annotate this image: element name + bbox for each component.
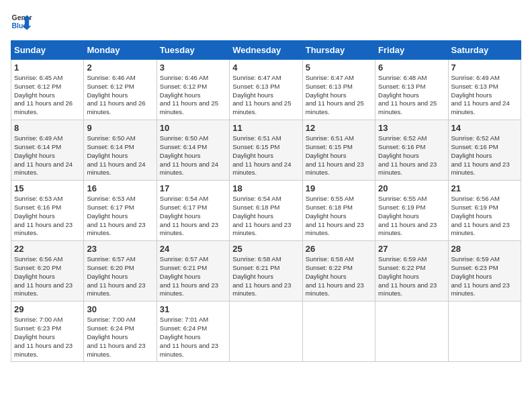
day-detail: Sunrise: 6:59 AMSunset: 6:22 PMDaylight … <box>378 255 445 298</box>
day-detail: Sunrise: 6:57 AMSunset: 6:21 PMDaylight … <box>160 255 226 298</box>
day-number: 23 <box>87 244 153 254</box>
calendar-day-21: 21Sunrise: 6:56 AMSunset: 6:19 PMDayligh… <box>448 181 521 241</box>
day-detail: Sunrise: 6:50 AMSunset: 6:14 PMDaylight … <box>87 134 153 177</box>
calendar-day-25: 25Sunrise: 6:58 AMSunset: 6:21 PMDayligh… <box>230 241 302 302</box>
day-number: 5 <box>306 62 372 73</box>
calendar-day-27: 27Sunrise: 6:59 AMSunset: 6:22 PMDayligh… <box>375 241 448 302</box>
day-detail: Sunrise: 6:50 AMSunset: 6:14 PMDaylight … <box>160 134 226 177</box>
calendar-day-30: 30Sunrise: 7:00 AMSunset: 6:24 PMDayligh… <box>84 302 157 362</box>
day-detail: Sunrise: 6:46 AMSunset: 6:12 PMDaylight … <box>160 74 226 117</box>
day-detail: Sunrise: 6:52 AMSunset: 6:16 PMDaylight … <box>451 134 518 177</box>
day-number: 15 <box>14 183 81 193</box>
day-number: 31 <box>160 304 226 314</box>
col-header-friday: Friday <box>375 41 448 60</box>
calendar-header-row: SundayMondayTuesdayWednesdayThursdayFrid… <box>11 41 521 60</box>
day-detail: Sunrise: 6:53 AMSunset: 6:17 PMDaylight … <box>87 195 153 238</box>
calendar-day-31: 31Sunrise: 7:01 AMSunset: 6:24 PMDayligh… <box>157 302 229 362</box>
day-number: 3 <box>160 62 226 73</box>
col-header-monday: Monday <box>84 41 157 60</box>
calendar-day-7: 7Sunrise: 6:49 AMSunset: 6:13 PMDaylight… <box>448 60 521 120</box>
calendar-day-20: 20Sunrise: 6:55 AMSunset: 6:19 PMDayligh… <box>375 181 448 241</box>
day-detail: Sunrise: 6:47 AMSunset: 6:13 PMDaylight … <box>232 74 299 117</box>
empty-cell <box>230 302 302 362</box>
col-header-saturday: Saturday <box>448 41 521 60</box>
calendar-day-14: 14Sunrise: 6:52 AMSunset: 6:16 PMDayligh… <box>448 120 521 181</box>
calendar-table: SundayMondayTuesdayWednesdayThursdayFrid… <box>11 40 521 362</box>
day-detail: Sunrise: 6:55 AMSunset: 6:19 PMDaylight … <box>378 195 445 238</box>
day-detail: Sunrise: 6:54 AMSunset: 6:18 PMDaylight … <box>232 195 299 238</box>
day-number: 20 <box>378 183 445 193</box>
calendar-week-1: 1Sunrise: 6:45 AMSunset: 6:12 PMDaylight… <box>11 60 521 120</box>
calendar-day-18: 18Sunrise: 6:54 AMSunset: 6:18 PMDayligh… <box>230 181 302 241</box>
calendar-day-17: 17Sunrise: 6:54 AMSunset: 6:17 PMDayligh… <box>157 181 229 241</box>
calendar-day-26: 26Sunrise: 6:58 AMSunset: 6:22 PMDayligh… <box>302 241 375 302</box>
day-detail: Sunrise: 6:51 AMSunset: 6:15 PMDaylight … <box>232 134 299 177</box>
day-detail: Sunrise: 6:46 AMSunset: 6:12 PMDaylight … <box>87 74 153 117</box>
day-number: 25 <box>232 244 299 254</box>
calendar-day-8: 8Sunrise: 6:49 AMSunset: 6:14 PMDaylight… <box>11 120 84 181</box>
page-header: General Blue <box>11 11 521 32</box>
calendar-day-1: 1Sunrise: 6:45 AMSunset: 6:12 PMDaylight… <box>11 60 84 120</box>
day-detail: Sunrise: 6:56 AMSunset: 6:20 PMDaylight … <box>14 255 81 298</box>
day-detail: Sunrise: 6:58 AMSunset: 6:22 PMDaylight … <box>306 255 372 298</box>
day-number: 11 <box>232 123 299 133</box>
logo-icon: General Blue <box>11 11 32 32</box>
day-number: 30 <box>87 304 153 314</box>
day-detail: Sunrise: 6:58 AMSunset: 6:21 PMDaylight … <box>232 255 299 298</box>
day-number: 17 <box>160 183 226 193</box>
calendar-day-22: 22Sunrise: 6:56 AMSunset: 6:20 PMDayligh… <box>11 241 84 302</box>
col-header-tuesday: Tuesday <box>157 41 229 60</box>
day-number: 22 <box>14 244 81 254</box>
calendar-day-29: 29Sunrise: 7:00 AMSunset: 6:23 PMDayligh… <box>11 302 84 362</box>
calendar-day-2: 2Sunrise: 6:46 AMSunset: 6:12 PMDaylight… <box>84 60 157 120</box>
calendar-day-28: 28Sunrise: 6:59 AMSunset: 6:23 PMDayligh… <box>448 241 521 302</box>
day-number: 29 <box>14 304 81 314</box>
day-detail: Sunrise: 6:52 AMSunset: 6:16 PMDaylight … <box>378 134 445 177</box>
day-number: 6 <box>378 62 445 73</box>
col-header-sunday: Sunday <box>11 41 84 60</box>
day-detail: Sunrise: 6:57 AMSunset: 6:20 PMDaylight … <box>87 255 153 298</box>
day-number: 18 <box>232 183 299 193</box>
day-detail: Sunrise: 6:49 AMSunset: 6:13 PMDaylight … <box>451 74 518 117</box>
day-detail: Sunrise: 7:00 AMSunset: 6:24 PMDaylight … <box>87 316 153 359</box>
empty-cell <box>448 302 521 362</box>
col-header-thursday: Thursday <box>302 41 375 60</box>
col-header-wednesday: Wednesday <box>230 41 302 60</box>
calendar-day-5: 5Sunrise: 6:47 AMSunset: 6:13 PMDaylight… <box>302 60 375 120</box>
day-detail: Sunrise: 6:59 AMSunset: 6:23 PMDaylight … <box>451 255 518 298</box>
calendar-day-3: 3Sunrise: 6:46 AMSunset: 6:12 PMDaylight… <box>157 60 229 120</box>
day-number: 21 <box>451 183 518 193</box>
day-number: 7 <box>451 62 518 73</box>
day-number: 4 <box>232 62 299 73</box>
calendar-week-4: 22Sunrise: 6:56 AMSunset: 6:20 PMDayligh… <box>11 241 521 302</box>
calendar-week-3: 15Sunrise: 6:53 AMSunset: 6:16 PMDayligh… <box>11 181 521 241</box>
day-detail: Sunrise: 6:54 AMSunset: 6:17 PMDaylight … <box>160 195 226 238</box>
day-number: 12 <box>306 123 372 133</box>
day-number: 14 <box>451 123 518 133</box>
day-detail: Sunrise: 6:45 AMSunset: 6:12 PMDaylight … <box>14 74 81 117</box>
calendar-day-12: 12Sunrise: 6:51 AMSunset: 6:15 PMDayligh… <box>302 120 375 181</box>
day-number: 28 <box>451 244 518 254</box>
calendar-day-16: 16Sunrise: 6:53 AMSunset: 6:17 PMDayligh… <box>84 181 157 241</box>
day-detail: Sunrise: 7:01 AMSunset: 6:24 PMDaylight … <box>160 316 226 359</box>
calendar-day-11: 11Sunrise: 6:51 AMSunset: 6:15 PMDayligh… <box>230 120 302 181</box>
day-number: 10 <box>160 123 226 133</box>
calendar-day-13: 13Sunrise: 6:52 AMSunset: 6:16 PMDayligh… <box>375 120 448 181</box>
day-detail: Sunrise: 6:53 AMSunset: 6:16 PMDaylight … <box>14 195 81 238</box>
day-number: 26 <box>306 244 372 254</box>
calendar-day-6: 6Sunrise: 6:48 AMSunset: 6:13 PMDaylight… <box>375 60 448 120</box>
calendar-day-15: 15Sunrise: 6:53 AMSunset: 6:16 PMDayligh… <box>11 181 84 241</box>
logo: General Blue <box>11 11 32 32</box>
day-number: 16 <box>87 183 153 193</box>
day-number: 2 <box>87 62 153 73</box>
empty-cell <box>302 302 375 362</box>
calendar-day-23: 23Sunrise: 6:57 AMSunset: 6:20 PMDayligh… <box>84 241 157 302</box>
day-number: 19 <box>306 183 372 193</box>
day-detail: Sunrise: 6:55 AMSunset: 6:18 PMDaylight … <box>306 195 372 238</box>
day-detail: Sunrise: 6:51 AMSunset: 6:15 PMDaylight … <box>306 134 372 177</box>
day-number: 9 <box>87 123 153 133</box>
calendar-week-5: 29Sunrise: 7:00 AMSunset: 6:23 PMDayligh… <box>11 302 521 362</box>
calendar-day-19: 19Sunrise: 6:55 AMSunset: 6:18 PMDayligh… <box>302 181 375 241</box>
calendar-day-9: 9Sunrise: 6:50 AMSunset: 6:14 PMDaylight… <box>84 120 157 181</box>
day-number: 27 <box>378 244 445 254</box>
